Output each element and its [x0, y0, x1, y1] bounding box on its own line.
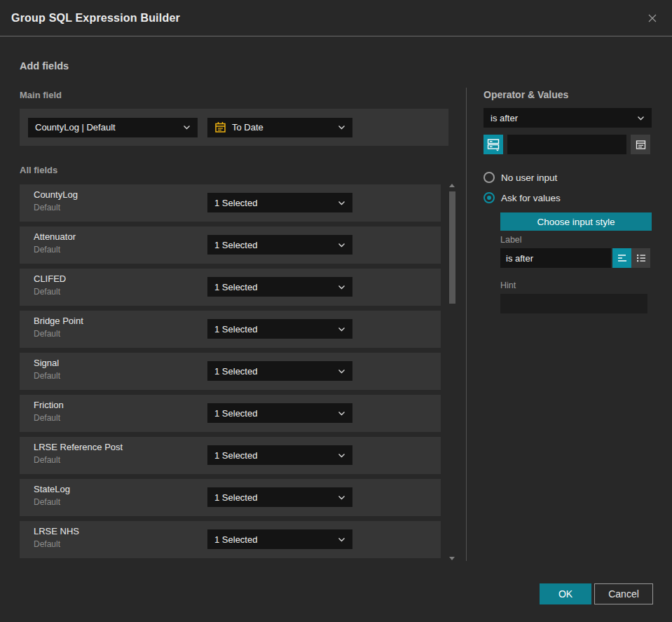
field-values-dropdown[interactable]: 1 Selected: [207, 193, 352, 212]
value-type-button[interactable]: [484, 135, 503, 154]
field-row: Signal Default 1 Selected: [20, 353, 441, 390]
date-type-dropdown-value: To Date: [232, 122, 328, 133]
scrollbar-thumb[interactable]: [449, 191, 455, 304]
calendar-icon: [635, 139, 647, 151]
row-selected-label: 1 Selected: [214, 534, 334, 545]
row-selected-label: 1 Selected: [214, 324, 334, 334]
radio-circle-icon: [484, 172, 495, 183]
text-style-icon: [617, 252, 628, 264]
radio-no-user-input[interactable]: No user input: [484, 172, 557, 183]
field-values-dropdown[interactable]: 1 Selected: [207, 403, 352, 423]
dialog-title: Group SQL Expression Builder: [11, 12, 180, 25]
input-style-text-button[interactable]: [612, 248, 631, 268]
field-values-dropdown[interactable]: 1 Selected: [207, 529, 352, 549]
ok-button[interactable]: OK: [540, 583, 591, 604]
field-values-dropdown[interactable]: 1 Selected: [207, 277, 352, 297]
chevron-down-icon: [338, 285, 345, 290]
chevron-down-icon: [338, 243, 345, 248]
stacked-input-icon: [486, 137, 500, 151]
list-style-icon: [636, 252, 647, 264]
radio-ask-for-values[interactable]: Ask for values: [484, 192, 561, 203]
chevron-down-icon: [338, 369, 345, 374]
main-field-label: Main field: [20, 90, 62, 100]
field-values-dropdown[interactable]: 1 Selected: [207, 235, 352, 255]
main-field-dropdown-value: CountyLog | Default: [35, 122, 179, 133]
chevron-down-icon: [338, 495, 345, 500]
chevron-down-icon: [338, 411, 345, 416]
field-row: LRSE NHS Default 1 Selected: [20, 521, 441, 558]
field-row: Bridge Point Default 1 Selected: [20, 311, 441, 348]
date-type-dropdown[interactable]: To Date: [207, 118, 352, 137]
row-selected-label: 1 Selected: [214, 282, 334, 292]
field-row: Attenuator Default 1 Selected: [20, 227, 441, 264]
close-button[interactable]: [644, 10, 661, 27]
field-values-dropdown[interactable]: 1 Selected: [207, 445, 352, 465]
row-selected-label: 1 Selected: [214, 408, 334, 419]
cancel-button[interactable]: Cancel: [594, 583, 653, 604]
close-icon: [645, 11, 659, 25]
row-selected-label: 1 Selected: [214, 198, 334, 208]
row-selected-label: 1 Selected: [214, 492, 334, 503]
choose-input-style-button[interactable]: Choose input style: [500, 212, 652, 231]
label-caption: Label: [500, 235, 522, 245]
field-values-dropdown[interactable]: 1 Selected: [207, 361, 352, 381]
operator-values-heading: Operator & Values: [484, 89, 568, 100]
list-scrollbar[interactable]: [449, 181, 455, 563]
operator-dropdown[interactable]: is after: [484, 108, 652, 128]
row-selected-label: 1 Selected: [214, 240, 334, 250]
radio-selected-icon: [484, 192, 495, 203]
chevron-down-icon: [338, 125, 345, 130]
input-style-list-button[interactable]: [631, 248, 650, 268]
row-selected-label: 1 Selected: [214, 366, 334, 377]
field-row: CountyLog Default 1 Selected: [20, 184, 441, 222]
hint-caption: Hint: [500, 280, 516, 290]
chevron-down-icon: [637, 116, 645, 121]
chevron-down-icon: [338, 201, 345, 205]
all-fields-label: All fields: [20, 165, 57, 175]
dialog-header: Group SQL Expression Builder: [0, 0, 672, 36]
calendar-icon: [214, 121, 226, 133]
main-field-dropdown[interactable]: CountyLog | Default: [28, 118, 198, 137]
scroll-down-arrow-icon[interactable]: [449, 557, 455, 560]
group-sql-expression-builder-dialog: Group SQL Expression Builder Add fields …: [0, 0, 672, 622]
hint-input[interactable]: [500, 294, 647, 313]
field-values-dropdown[interactable]: 1 Selected: [207, 319, 352, 339]
field-row: LRSE Reference Post Default 1 Selected: [20, 437, 441, 474]
all-fields-list: CountyLog Default 1 Selected Attenuator …: [20, 184, 441, 558]
radio-ask-for-values-label: Ask for values: [501, 193, 561, 203]
date-picker-button[interactable]: [631, 135, 650, 154]
chevron-down-icon: [183, 125, 191, 130]
row-selected-label: 1 Selected: [214, 450, 334, 461]
radio-no-user-input-label: No user input: [501, 173, 557, 183]
chevron-down-icon: [338, 327, 345, 332]
field-values-dropdown[interactable]: 1 Selected: [207, 487, 352, 507]
main-field-panel: CountyLog | Default To Date: [20, 109, 448, 146]
field-row: CLIFED Default 1 Selected: [20, 269, 441, 306]
field-row: StateLog Default 1 Selected: [20, 479, 441, 516]
panel-divider: [466, 88, 467, 561]
add-fields-heading: Add fields: [20, 60, 69, 72]
chevron-down-icon: [338, 453, 345, 458]
operator-dropdown-value: is after: [491, 113, 633, 123]
chevron-down-icon: [338, 537, 345, 542]
label-input[interactable]: [500, 248, 611, 268]
value-input[interactable]: [507, 135, 626, 154]
field-row: Friction Default 1 Selected: [20, 395, 441, 432]
scroll-up-arrow-icon[interactable]: [449, 184, 455, 187]
